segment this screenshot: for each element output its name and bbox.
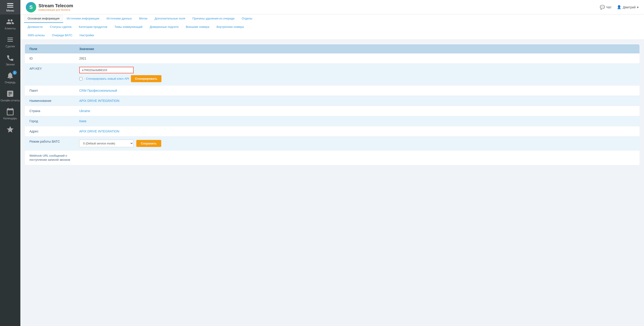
tab-departments[interactable]: Отделы xyxy=(238,14,256,23)
field-address-value: APIX DRIVE INTEGRATION xyxy=(75,126,640,136)
tab-removal-reasons[interactable]: Причины удаления из очереди xyxy=(189,14,238,23)
tabs-row-3: SMS-шлюзы Очереди ВАТС Настройки xyxy=(24,31,640,40)
tab-sms-gateways[interactable]: SMS-шлюзы xyxy=(24,31,48,40)
header-right: 💬 Чат 👤 Дмитрий ▾ xyxy=(600,5,638,10)
chat-icon: 💬 xyxy=(600,5,605,10)
sidebar-item-calls-label: Звонки xyxy=(6,63,15,66)
select-save-row: 0 (Default service mode) 1 (Mode 1) 2 (M… xyxy=(79,140,635,147)
sidebar-item-deals[interactable]: Сделки xyxy=(0,32,20,50)
user-area[interactable]: 👤 Дмитрий ▾ xyxy=(617,5,638,9)
tab-basic[interactable]: Основная информация xyxy=(24,14,63,23)
field-package-value: CRM Профессиональный xyxy=(75,86,640,96)
tab-product-categories[interactable]: Категории продуктов xyxy=(75,23,111,31)
tab-positions[interactable]: Должности xyxy=(24,23,46,31)
calls-icon xyxy=(6,54,14,62)
field-name-label: Наименование xyxy=(25,96,75,106)
tab-external-numbers[interactable]: Внешние номера xyxy=(182,23,213,31)
sidebar-item-calls[interactable]: Звонки xyxy=(0,50,20,68)
tab-data-sources[interactable]: Источники данных xyxy=(103,14,136,23)
menu-label: Меню xyxy=(6,9,14,12)
info-table: Поле Значение ID 2921 API KEY xyxy=(25,44,640,165)
sidebar-item-queue-label: Очередь xyxy=(5,81,16,84)
sidebar-item-calendar[interactable]: Календарь xyxy=(0,104,20,122)
tab-settings[interactable]: Настройки xyxy=(76,31,98,40)
generate-button[interactable]: Сгенерировать xyxy=(131,75,161,82)
table-row-webhook: Webhook URL сообщений о поступлении запи… xyxy=(25,150,640,165)
sidebar-item-clients[interactable]: Клиенты xyxy=(0,14,20,32)
tab-deal-statuses[interactable]: Статусы сделок xyxy=(46,23,75,31)
col-field: Поле xyxy=(25,44,75,54)
webhook-label-text: Webhook URL сообщений о поступлении запи… xyxy=(30,154,70,162)
generate-checkbox[interactable] xyxy=(79,77,82,80)
tab-trusted-subnets[interactable]: Доверенные подсети xyxy=(146,23,182,31)
field-country-label: Страна xyxy=(25,106,75,116)
field-pbx-mode-label: Режим работы ВАТС xyxy=(25,136,75,150)
field-webhook-label: Webhook URL сообщений о поступлении запи… xyxy=(25,150,75,165)
sidebar-item-reports-label: Онлайн-отчеты xyxy=(0,99,20,102)
field-apikey-cell: - Сгенерировать новый ключ API Сгенериро… xyxy=(75,64,640,86)
table-row-name: Наименование APIX DRIVE INTEGRATION xyxy=(25,96,640,106)
field-webhook-value xyxy=(75,150,640,165)
clients-icon xyxy=(6,18,14,26)
tabs-area: Основная информация Источники информации… xyxy=(20,14,644,40)
sidebar-item-deals-label: Сделки xyxy=(6,45,15,48)
info-card: Поле Значение ID 2921 API KEY xyxy=(25,44,640,165)
table-row-address: Адрес APIX DRIVE INTEGRATION xyxy=(25,126,640,136)
field-city-value: Киев xyxy=(75,116,640,126)
header: S Stream Telecom коммуникации для бизнес… xyxy=(20,0,644,14)
field-city-label: Город xyxy=(25,116,75,126)
reports-icon xyxy=(6,90,14,98)
sidebar-item-reports[interactable]: Онлайн-отчеты xyxy=(0,86,20,104)
logo-icon: S xyxy=(26,2,36,12)
tab-extra-fields[interactable]: Дополнительные поля xyxy=(151,14,189,23)
api-key-input[interactable] xyxy=(79,67,134,73)
tab-pbx-queues[interactable]: Очереди ВАТС xyxy=(48,31,76,40)
logo-area: S Stream Telecom коммуникации для бизнес… xyxy=(26,2,600,12)
generate-label: - Сгенерировать новый ключ API xyxy=(84,77,129,80)
sidebar: Меню Клиенты Сделки Звонки 1 Очередь xyxy=(0,0,20,326)
save-button[interactable]: Сохранить xyxy=(136,140,161,147)
logo-text: Stream Telecom коммуникации для бизнеса xyxy=(38,3,73,11)
content-area: Поле Значение ID 2921 API KEY xyxy=(20,40,644,326)
table-row-pbx-mode: Режим работы ВАТС 0 (Default service mod… xyxy=(25,136,640,150)
sidebar-menu-toggle[interactable]: Меню xyxy=(0,0,20,14)
field-country-value: Ukraine xyxy=(75,106,640,116)
user-name: Дмитрий xyxy=(623,6,636,9)
tabs-row-2: Должности Статусы сделок Категории проду… xyxy=(24,23,640,31)
user-dropdown-icon: ▾ xyxy=(637,6,638,9)
sidebar-item-calendar-label: Календарь xyxy=(4,117,17,120)
table-row-apikey: API KEY - Сгенерировать новый ключ API С… xyxy=(25,64,640,86)
tab-info-sources[interactable]: Источники информации xyxy=(63,14,103,23)
queue-badge: 1 xyxy=(13,71,17,75)
main-content: S Stream Telecom коммуникации для бизнес… xyxy=(20,0,644,326)
field-id-value: 2921 xyxy=(75,54,640,64)
field-address-label: Адрес xyxy=(25,126,75,136)
sidebar-item-queue[interactable]: 1 Очередь xyxy=(0,68,20,86)
star-icon xyxy=(6,126,14,134)
chat-button[interactable]: 💬 Чат xyxy=(600,5,612,10)
api-key-input-wrapper xyxy=(79,67,635,73)
api-key-generate-row: - Сгенерировать новый ключ API Сгенериро… xyxy=(79,75,635,82)
user-icon: 👤 xyxy=(617,5,621,9)
tabs-row-1: Основная информация Источники информации… xyxy=(24,14,640,23)
field-id-label: ID xyxy=(25,54,75,64)
table-row-country: Страна Ukraine xyxy=(25,106,640,116)
logo-subtitle: коммуникации для бизнеса xyxy=(38,8,73,11)
logo-name: Stream Telecom xyxy=(38,3,73,8)
api-key-row: - Сгенерировать новый ключ API Сгенериро… xyxy=(79,67,635,82)
sidebar-item-favorites[interactable] xyxy=(0,122,20,137)
field-apikey-label: API KEY xyxy=(25,64,75,86)
tab-tags[interactable]: Метки xyxy=(136,14,151,23)
chat-label: Чат xyxy=(606,6,612,9)
table-row: ID 2921 xyxy=(25,54,640,64)
field-pbx-mode-value: 0 (Default service mode) 1 (Mode 1) 2 (M… xyxy=(75,136,640,150)
tab-internal-numbers[interactable]: Внутренние номера xyxy=(213,23,247,31)
sidebar-item-clients-label: Клиенты xyxy=(5,27,16,30)
pbx-mode-select[interactable]: 0 (Default service mode) 1 (Mode 1) 2 (M… xyxy=(79,140,134,147)
deals-icon xyxy=(6,36,14,44)
hamburger-icon xyxy=(7,3,13,8)
tab-comm-topics[interactable]: Темы коммуникаций xyxy=(111,23,146,31)
table-row-package: Пакет CRM Профессиональный xyxy=(25,86,640,96)
calendar-icon xyxy=(6,108,14,116)
field-name-value: APIX DRIVE INTEGRATION xyxy=(75,96,640,106)
